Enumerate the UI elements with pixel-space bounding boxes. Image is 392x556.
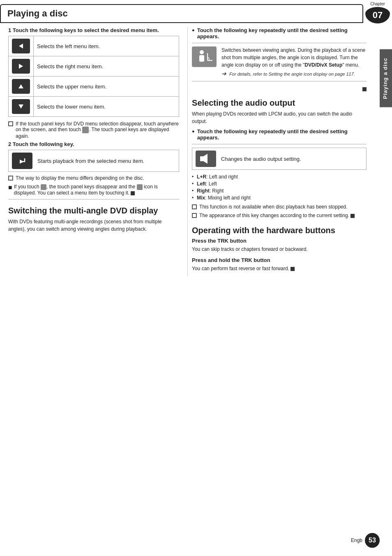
right-arrow-icon xyxy=(12,59,30,74)
angle-bullet-heading: Touch the following key repeatedly until… xyxy=(192,27,367,39)
audio-note2-text: The appearance of this key changes accor… xyxy=(199,213,355,218)
svg-marker-2 xyxy=(18,84,23,88)
note-dash-icon: ■ xyxy=(8,184,12,191)
left-arrow-icon xyxy=(12,39,30,53)
audio-note2: The appearance of this key changes accor… xyxy=(192,213,367,219)
page-title: Playing a disc xyxy=(7,8,68,19)
chapter-number: 07 xyxy=(365,7,390,23)
svg-rect-6 xyxy=(199,55,204,62)
switching-heading: Switching the multi-angle DVD display xyxy=(8,206,179,215)
left-column: 1 Touch the following keys to select the… xyxy=(8,27,187,276)
audio-subtext: When playing DVDs recorded with LPCM aud… xyxy=(192,110,367,125)
svg-marker-3 xyxy=(18,104,23,109)
enter-key-desc: Starts playback from the selected menu i… xyxy=(37,158,144,164)
trk-hold-text: You can perform fast reverse or fast for… xyxy=(192,265,367,272)
note3-text: If you touch , the touch panel keys disa… xyxy=(14,184,179,196)
list-item: L+R: Left and right xyxy=(192,174,367,180)
audio-key-desc: Changes the audio output setting. xyxy=(221,156,301,162)
audio-note1-text: This function is not available when disc… xyxy=(199,204,347,210)
operating-section: Operating with the hardware buttons Pres… xyxy=(192,226,367,272)
table-row: Selects the right menu item. xyxy=(9,56,179,76)
trk-press-heading: Press the TRK button xyxy=(192,238,367,244)
audio-heading: Selecting the audio output xyxy=(192,98,367,108)
angle-row: Switches between viewing angles. During … xyxy=(192,46,367,81)
list-item: Left: Left xyxy=(192,181,367,187)
angle-desc: Switches between viewing angles. During … xyxy=(221,46,367,69)
key-desc-left: Selects the left menu item. xyxy=(34,36,179,56)
content-wrapper: 1 Touch the following keys to select the… xyxy=(0,27,379,276)
note-square-icon2 xyxy=(8,176,13,182)
svg-point-5 xyxy=(200,50,204,54)
engb-label: Engb xyxy=(351,537,362,543)
key-desc-up: Selects the upper menu item. xyxy=(34,76,179,97)
key-cell-left xyxy=(9,36,34,56)
table-row: Selects the left menu item. xyxy=(9,36,179,56)
audio-rule xyxy=(192,144,367,144)
note2: The way to display the menu differs depe… xyxy=(8,175,179,182)
key-cell-down xyxy=(9,97,34,117)
svg-rect-9 xyxy=(200,156,203,161)
list-item: Right: Right xyxy=(192,188,367,194)
switching-subtext: With DVDs featuring multi-angle recordin… xyxy=(8,218,179,233)
angle-rule xyxy=(192,43,367,43)
enter-key-icon xyxy=(12,153,32,169)
key-desc-right: Selects the right menu item. xyxy=(34,56,179,76)
note2-text: The way to display the menu differs depe… xyxy=(16,175,144,181)
section-rule xyxy=(8,199,179,199)
key-cell-right xyxy=(9,56,34,76)
key-desc-down: Selects the lower menu item. xyxy=(34,97,179,117)
audio-key-row: Changes the audio output setting. xyxy=(192,148,367,170)
side-label: Playing a disc xyxy=(380,49,392,107)
right-column: Touch the following key repeatedly until… xyxy=(187,27,367,276)
page-number: 53 xyxy=(365,533,380,548)
down-arrow-icon xyxy=(12,99,30,114)
page-footer: Engb 53 xyxy=(351,533,380,548)
refer-note: ➔ For details, refer to Setting the angl… xyxy=(221,70,367,77)
note-square-icon xyxy=(8,121,13,127)
note1: If the touch panel keys for DVD menu sel… xyxy=(8,121,179,139)
key-cell-up xyxy=(9,76,34,97)
note-square-icon3 xyxy=(192,204,197,211)
svg-marker-4 xyxy=(20,160,24,164)
step1-heading: 1 Touch the following keys to select the… xyxy=(8,27,179,33)
page-title-bar: Playing a disc xyxy=(0,4,363,23)
audio-options-list: L+R: Left and right Left: Left Right: Ri… xyxy=(192,174,367,201)
note3: ■ If you touch , the touch panel keys di… xyxy=(8,184,179,196)
end-marker-right xyxy=(192,86,367,92)
audio-note1: This function is not available when disc… xyxy=(192,204,367,211)
up-arrow-icon xyxy=(12,79,30,94)
angle-icon xyxy=(192,46,217,67)
trk-hold-heading: Press and hold the TRK button xyxy=(192,257,367,263)
svg-marker-10 xyxy=(203,154,208,164)
angle-text: Switches between viewing angles. During … xyxy=(221,46,367,77)
table-row: Selects the lower menu item. xyxy=(9,97,179,117)
audio-key-icon xyxy=(196,151,216,167)
key-table: Selects the left menu item. Selects the … xyxy=(8,36,179,117)
audio-bullet-heading: Touch the following key repeatedly until… xyxy=(192,128,367,141)
list-item: Mix: Mixing left and right xyxy=(192,195,367,201)
chapter-label: Chapter xyxy=(363,0,392,6)
svg-marker-1 xyxy=(19,64,23,69)
refer-arrow-icon: ➔ xyxy=(221,70,226,77)
table-row: Selects the upper menu item. xyxy=(9,76,179,97)
svg-marker-0 xyxy=(19,44,23,49)
note-square-icon4 xyxy=(192,213,197,219)
step2-heading: 2 Touch the following key. xyxy=(8,141,179,147)
enter-key-row: Starts playback from the selected menu i… xyxy=(8,150,179,172)
note1-text: If the touch panel keys for DVD menu sel… xyxy=(16,121,179,139)
chapter-badge: Chapter 07 xyxy=(363,0,392,23)
trk-press-text: You can skip tracks or chapters forward … xyxy=(192,246,367,253)
operating-heading: Operating with the hardware buttons xyxy=(192,226,367,235)
